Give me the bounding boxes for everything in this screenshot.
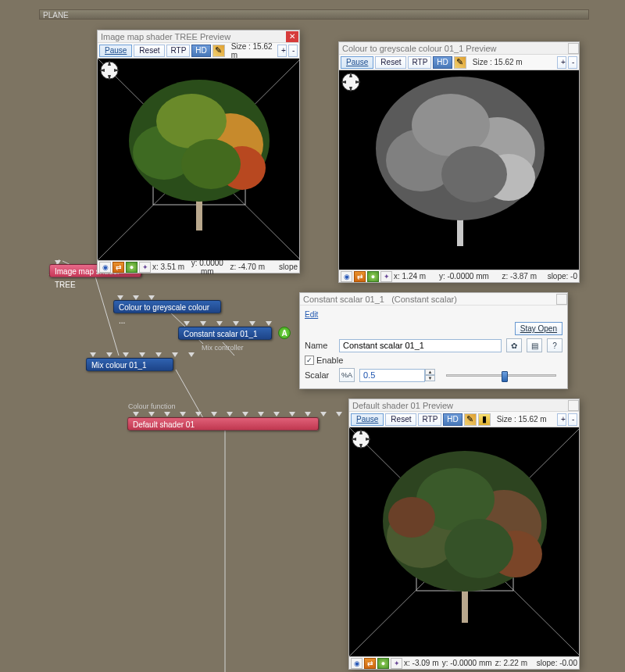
scalar-slider[interactable] [446, 374, 556, 377]
rtp-button[interactable]: RTP [166, 45, 190, 57]
compass-icon[interactable] [98, 59, 121, 82]
preview-viewport[interactable] [339, 70, 579, 270]
per-axis-icon[interactable]: %A [339, 368, 355, 382]
node-label: Mix colour 01_1 [91, 361, 147, 370]
rtp-button[interactable]: RTP [418, 413, 441, 426]
axes-icon[interactable]: ✦ [380, 271, 392, 282]
svg-point-17 [181, 139, 241, 189]
node-port-row [90, 352, 195, 357]
enable-label: Enable [316, 356, 343, 365]
panel-title: Image map shader TREE Preview [101, 30, 286, 42]
status-x: x: 1.24 m [394, 272, 426, 281]
zoom-out-button[interactable]: - [568, 56, 577, 69]
status-z: z: -3.87 m [502, 272, 537, 281]
collapse-button[interactable] [568, 43, 579, 54]
eye-icon[interactable]: ◉ [99, 262, 111, 273]
panel-titlebar[interactable]: Colour to greyscale colour 01_1 Preview [339, 42, 579, 55]
stay-open-button[interactable]: Stay Open [515, 322, 562, 335]
svg-point-47 [388, 497, 435, 538]
zoom-out-button[interactable]: - [568, 413, 577, 426]
properties-panel: Constant scalar 01_1 (Constant scalar) E… [299, 292, 568, 389]
globe-icon[interactable]: ● [126, 262, 138, 273]
node-label: Constant scalar 01_1 [184, 330, 258, 338]
hd-button[interactable]: HD [433, 56, 452, 69]
pause-button[interactable]: Pause [99, 45, 132, 57]
preview-toolbar: Pause Reset RTP HD ✎ Size : 15.62 m + - [98, 43, 299, 59]
svg-point-46 [445, 519, 513, 578]
svg-line-1 [95, 277, 119, 356]
brush-icon[interactable]: ✎ [212, 45, 225, 57]
hd-button[interactable]: HD [443, 413, 462, 426]
tree-render [98, 59, 299, 260]
node-colour-to-greyscale[interactable]: Colour to greyscale colour ... [113, 300, 221, 313]
gear-icon[interactable]: ✿ [506, 338, 522, 352]
axes-icon[interactable]: ✦ [391, 658, 402, 669]
status-slope: slope: -0.00 [534, 659, 577, 667]
section-header: PLANE [39, 9, 589, 20]
slider-thumb[interactable] [502, 371, 508, 382]
eye-icon[interactable]: ◉ [341, 271, 352, 282]
preview-viewport[interactable] [98, 59, 299, 260]
node-port-row [133, 412, 342, 416]
panel-title: Default shader 01 Preview [352, 399, 568, 411]
size-label: Size : 15.62 m [497, 415, 555, 424]
size-label: Size : 15.62 m [473, 58, 555, 66]
reset-button[interactable]: Reset [385, 413, 416, 426]
swap-icon[interactable]: ⇄ [354, 271, 366, 282]
collapse-button[interactable] [556, 294, 567, 305]
swap-icon[interactable]: ⇄ [364, 658, 376, 669]
globe-icon[interactable]: ● [377, 658, 389, 669]
node-port-row [184, 321, 272, 326]
zoom-in-button[interactable]: + [277, 45, 287, 57]
status-slope: slope: -0 [543, 272, 577, 281]
compass-icon[interactable] [349, 427, 373, 451]
preview-toolbar: Pause Reset RTP HD ✎ ▮ Size : 15.62 m + … [349, 412, 579, 427]
axes-icon[interactable]: ✦ [139, 262, 151, 273]
edit-menu[interactable]: Edit [305, 310, 318, 319]
node-constant-scalar[interactable]: Constant scalar 01_1 [178, 327, 272, 340]
spinner-up[interactable]: ▲ [425, 369, 435, 375]
window-icon[interactable]: ▤ [527, 338, 542, 352]
pause-button[interactable]: Pause [351, 413, 384, 426]
status-bar: ◉ ⇄ ● ✦ x: 3.51 m y: 0.0000 mm z: -4.70 … [98, 260, 299, 273]
zoom-out-button[interactable]: - [288, 45, 298, 57]
panel-title: Colour to greyscale colour 01_1 Preview [342, 42, 568, 54]
colour-function-label: Colour function [128, 402, 176, 410]
brush2-icon[interactable]: ▮ [478, 413, 491, 426]
collapse-button[interactable] [568, 400, 579, 411]
enable-checkbox[interactable]: ✓ Enable [305, 356, 343, 365]
status-x: x: 3.51 m [152, 263, 184, 271]
scalar-field[interactable] [359, 369, 425, 382]
preview-panel-tree: Image map shader TREE Preview ✕ Pause Re… [97, 30, 300, 273]
status-z: z: -4.70 m [230, 263, 265, 271]
node-default-shader[interactable]: Default shader 01 [127, 417, 319, 431]
node-mix-colour[interactable]: Mix colour 01_1 [86, 358, 173, 371]
svg-point-30 [441, 146, 507, 202]
brush-icon[interactable]: ✎ [464, 413, 477, 426]
scalar-spinner[interactable]: ▲ ▼ [359, 369, 435, 382]
zoom-in-button[interactable]: + [557, 56, 566, 69]
compass-icon[interactable] [339, 70, 362, 94]
preview-panel-default: Default shader 01 Preview Pause Reset RT… [348, 399, 580, 670]
reset-button[interactable]: Reset [134, 45, 165, 57]
swap-icon[interactable]: ⇄ [112, 262, 124, 273]
reset-button[interactable]: Reset [375, 56, 406, 69]
globe-icon[interactable]: ● [367, 271, 379, 282]
rtp-button[interactable]: RTP [408, 56, 431, 69]
panel-titlebar[interactable]: Default shader 01 Preview [349, 399, 579, 412]
eye-icon[interactable]: ◉ [351, 658, 362, 669]
tree-render-default [349, 427, 579, 656]
name-field[interactable] [339, 339, 502, 352]
zoom-in-button[interactable]: + [557, 413, 566, 426]
hd-button[interactable]: HD [191, 45, 210, 57]
close-button[interactable]: ✕ [286, 31, 298, 42]
status-bar: ◉ ⇄ ● ✦ x: 1.24 m y: -0.0000 mm z: -3.87… [339, 270, 579, 282]
help-button[interactable]: ? [547, 338, 562, 352]
status-bar: ◉ ⇄ ● ✦ x: -3.09 m y: -0.0000 mm z: 2.22… [349, 656, 579, 669]
panel-titlebar[interactable]: Constant scalar 01_1 (Constant scalar) [300, 293, 567, 306]
spinner-down[interactable]: ▼ [425, 375, 435, 381]
preview-viewport[interactable] [349, 427, 579, 656]
pause-button[interactable]: Pause [341, 56, 373, 69]
brush-icon[interactable]: ✎ [454, 56, 466, 69]
status-x: x: -3.09 m [404, 659, 438, 667]
